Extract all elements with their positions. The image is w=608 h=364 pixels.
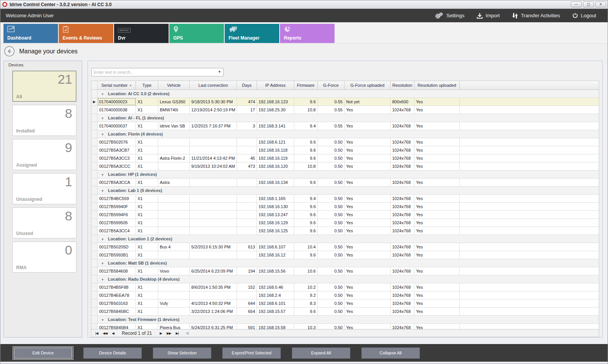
collapse-group-icon[interactable]: ▼ <box>101 173 104 177</box>
edit-device-button[interactable]: Edit Device <box>14 347 72 359</box>
location-group-row[interactable]: ▼Location: Al CC 3.0 (2 devices) <box>91 90 599 98</box>
column-header-resolution-uploaded[interactable]: Resolution uploaded <box>414 81 460 89</box>
sidebar-title: Devices <box>4 61 82 67</box>
device-row[interactable]: 00127B5A3CC4X1192.168.16.1259.60.50Yes10… <box>91 227 599 235</box>
next-record-button[interactable]: ▶ <box>157 331 164 335</box>
prev-record-button[interactable]: ◀ <box>109 331 116 335</box>
collapse-group-icon[interactable]: ▼ <box>101 117 104 120</box>
cell-vehicle: Astra <box>158 179 190 186</box>
column-header-g-force-uploaded[interactable]: G-Force uploaded <box>345 81 391 89</box>
prev-page-button[interactable]: ◀◀ <box>100 331 109 335</box>
device-row[interactable]: 00127B4BC559X1192.168.1.1659.40.50Yes102… <box>91 195 599 203</box>
location-group-row[interactable]: ▼Location: HP (1 devices) <box>91 170 599 179</box>
tab-gps[interactable]: GPS <box>169 24 224 43</box>
last-record-button[interactable]: ▶| <box>174 331 181 335</box>
first-record-button[interactable]: |◀ <box>93 331 100 335</box>
device-row[interactable]: 00127B59940FX1192.168.16.1309.60.50Yes10… <box>91 203 599 211</box>
menu-action-transfer-activities[interactable]: Transfer Activities <box>507 11 565 20</box>
collapse-group-icon[interactable]: ▼ <box>101 238 104 241</box>
device-filter-card-assigned[interactable]: 9Assigned <box>12 139 76 170</box>
collapse-group-icon[interactable]: ▼ <box>101 133 104 136</box>
close-button[interactable]: ✕ <box>595 2 606 7</box>
minimize-button[interactable]: — <box>571 2 581 7</box>
column-header-days[interactable]: Days <box>237 81 257 89</box>
device-filter-card-unused[interactable]: 8Unused <box>12 207 76 238</box>
tab-dashboard[interactable]: Dashboard <box>3 24 58 43</box>
device-row[interactable]: 00127B5845B4X1Pipera Bus5/24/2013 6:31:2… <box>91 324 599 329</box>
tab-reports[interactable]: Reports <box>280 24 335 43</box>
collapse-group-icon[interactable]: ▼ <box>101 262 104 265</box>
tab-fleet-manager[interactable]: Fleet Manager <box>225 24 279 43</box>
show-selection-button[interactable]: Show Selection <box>153 347 211 359</box>
row-filler-cell <box>460 138 599 146</box>
cell-last-connection <box>190 203 237 210</box>
collapse-group-icon[interactable]: ▼ <box>101 278 104 281</box>
device-row[interactable]: 017040000037X1idrive Van SB1/2/2015 7:16… <box>91 122 599 130</box>
device-row[interactable]: 00127B4B5F88X18/6/2014 1:50:35 PM152192.… <box>91 283 599 291</box>
device-row[interactable]: 00127B502076X1192.168.6.1219.60.50Yes102… <box>91 138 599 146</box>
device-row[interactable]: 00127B5994F6X1192.168.13.2479.60.50Yes10… <box>91 211 599 219</box>
cell-type: X1 <box>136 179 158 186</box>
device-row[interactable]: 00127B5A3CCAX1Astra192.168.16.1349.60.50… <box>91 179 599 187</box>
device-row[interactable]: 00127B50205DX1Bus 45/2/2013 6:15:30 PM61… <box>91 243 599 251</box>
row-filler-cell <box>460 154 599 162</box>
location-group-row[interactable]: ▼Location: Location 1 (2 devices) <box>91 235 599 243</box>
tab-events-reviews[interactable]: Events & Reviews <box>59 24 113 43</box>
menu-action-settings[interactable]: Settings <box>430 11 469 21</box>
back-button[interactable] <box>4 46 15 56</box>
collapse-group-icon[interactable]: ▼ <box>101 189 104 193</box>
collapse-group-icon[interactable]: ▼ <box>101 93 104 96</box>
column-header-ip-address[interactable]: IP Address <box>257 81 294 89</box>
cell-type: X1 <box>136 211 158 218</box>
expand-all-button[interactable]: Expand All <box>292 347 350 359</box>
next-page-button[interactable]: ▶▶ <box>164 331 174 335</box>
location-group-row[interactable]: ▼Location: Radu Desktop (4 devices) <box>91 275 599 283</box>
export-print-selected-button[interactable]: Export/Print Selected <box>222 347 281 359</box>
location-group-row[interactable]: ▼Location: Lab 1 (5 devices) <box>91 187 599 195</box>
cell-days: 613 <box>237 243 257 251</box>
cell-ip: 192.168.16.130 <box>257 203 294 210</box>
device-row[interactable]: 00127B4EEA78X1192.168.2.49.20.50Yes1024x… <box>91 291 599 299</box>
device-row[interactable]: 00127B584608X1Vovo6/25/2014 6:23:09 PM19… <box>91 267 599 275</box>
column-header-g-force[interactable]: G-Force <box>318 81 345 89</box>
search-input[interactable] <box>92 68 223 76</box>
cell-type: X1 <box>136 291 158 299</box>
cell-g-force-uploaded: Yes <box>345 299 391 307</box>
device-details-button[interactable]: Device Details <box>83 347 142 359</box>
column-header-vehicle[interactable]: Vehicle <box>158 81 190 89</box>
device-filter-card-installed[interactable]: 8Installed <box>12 105 76 136</box>
search-dropdown-icon[interactable]: ▼ <box>218 70 221 74</box>
device-row[interactable]: 00127B599505X1192.168.16.1299.60.50Yes10… <box>91 219 599 227</box>
device-row[interactable]: ▶017040000023X1Lexus GS3509/18/2013 5:30… <box>91 98 599 106</box>
column-header-resolution[interactable]: Resolution <box>391 81 414 89</box>
column-header-firmware[interactable]: Firmware <box>294 81 318 89</box>
column-header-last-connection[interactable]: Last connection <box>190 81 237 89</box>
cell-last-connection: 3/22/2013 1:24:06 PM <box>190 308 237 315</box>
tab-dvr[interactable]: MERGEDvr <box>114 24 169 43</box>
device-row[interactable]: 00127B5A3CCCX19/19/2013 10:24:02 AM47319… <box>91 162 599 170</box>
column-header-type[interactable]: Type <box>136 81 158 89</box>
column-header-serial-number[interactable]: Serial number▲ <box>98 81 136 89</box>
device-row[interactable]: 00127B503163X1Vufy4/1/2013 4:50:32 PM644… <box>91 299 599 308</box>
device-filter-card-all[interactable]: 21All <box>12 71 76 102</box>
device-filter-card-rma[interactable]: 0RMA <box>12 242 76 273</box>
maximize-button[interactable]: ▢ <box>583 2 594 7</box>
device-row[interactable]: 00127B5845BCX13/22/2013 1:24:06 PM654192… <box>91 308 599 316</box>
cell-g-force: 0.50 <box>318 251 345 259</box>
row-filler-cell <box>460 162 599 170</box>
location-group-row[interactable]: ▼Location: Matt SB (1 devices) <box>91 259 599 267</box>
location-group-row[interactable]: ▼Location: Al - FL (1 devices) <box>91 114 599 122</box>
location-group-row[interactable]: ▼Location: Florin (4 devices) <box>91 130 599 138</box>
menu-action-logout[interactable]: Logout <box>568 11 601 20</box>
collapse-all-button[interactable]: Collapse All <box>361 347 420 359</box>
device-row[interactable]: 00127B5A3CB7X1192.168.16.1189.60.50Yes10… <box>91 146 599 154</box>
device-row[interactable]: 017040000038X1BMW740i12/19/2014 2:50:19 … <box>91 106 599 114</box>
cell-ip: 192.168.16.134 <box>257 179 294 186</box>
location-group-row[interactable]: ▼Location: Test Firmware (1 devices) <box>91 316 599 324</box>
cell-resolution: 1024x768 <box>391 243 414 251</box>
device-row[interactable]: 00127B5993B1X1192.168.16.129.60.50Yes102… <box>91 251 599 259</box>
menu-action-import[interactable]: Import <box>472 11 504 20</box>
device-filter-card-unassigned[interactable]: 1Unassigned <box>12 173 76 204</box>
device-row[interactable]: 00127B5A3CC3X1Astra Florin-211/21/2014 4… <box>91 154 599 162</box>
collapse-group-icon[interactable]: ▼ <box>101 318 104 322</box>
